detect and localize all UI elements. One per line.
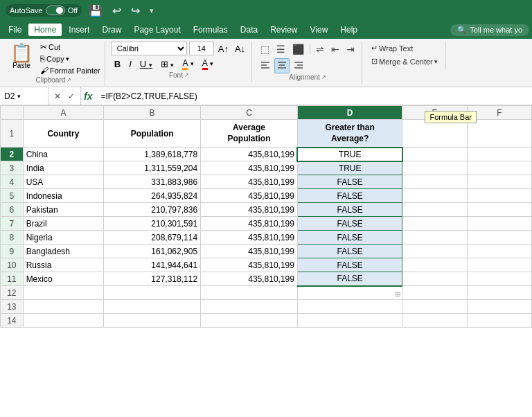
align-middle-button[interactable]: ☰ <box>274 42 288 57</box>
row-num-8[interactable]: 8 <box>1 231 24 245</box>
font-color-button[interactable]: A ▾ <box>199 57 217 71</box>
cell-c2[interactable]: 435,810,199 <box>201 148 298 161</box>
cell-e6[interactable] <box>402 203 467 217</box>
copy-button[interactable]: ⎘ Copy ▾ <box>39 53 102 64</box>
cell-b4[interactable]: 331,883,986 <box>104 175 201 189</box>
row-num-13[interactable]: 13 <box>1 300 24 314</box>
cell-d3[interactable]: TRUE <box>297 161 402 175</box>
cell-f12[interactable] <box>467 286 531 300</box>
cell-b1[interactable]: Population <box>104 120 201 148</box>
corner-cell[interactable] <box>1 106 24 120</box>
cell-e8[interactable] <box>402 231 467 245</box>
cell-e12[interactable] <box>402 286 467 300</box>
font-size-input[interactable] <box>189 42 214 55</box>
cell-c9[interactable]: 435,810,199 <box>201 245 298 258</box>
cell-c10[interactable]: 435,810,199 <box>201 258 298 272</box>
cell-c13[interactable] <box>201 300 298 314</box>
clipboard-expand[interactable]: ↗ <box>66 77 71 83</box>
undo-icon[interactable]: ↩ <box>109 3 124 19</box>
cell-b8[interactable]: 208,679,114 <box>104 231 201 245</box>
font-expand[interactable]: ↗ <box>184 72 189 78</box>
cell-a6[interactable]: Pakistan <box>23 203 104 217</box>
cell-a13[interactable] <box>23 300 104 314</box>
cell-d2[interactable]: TRUE <box>297 148 402 161</box>
save-icon[interactable]: 💾 <box>86 3 105 19</box>
cell-ref-box[interactable]: D2 ▾ <box>0 87 48 105</box>
cell-a12[interactable] <box>23 286 104 300</box>
cell-c8[interactable]: 435,810,199 <box>201 231 298 245</box>
cell-b12[interactable] <box>104 286 201 300</box>
col-header-d[interactable]: D <box>297 106 402 120</box>
row-num-12[interactable]: 12 <box>1 286 24 300</box>
color-dropdown[interactable]: ▾ <box>210 60 213 67</box>
cell-f3[interactable] <box>467 161 531 175</box>
cell-f1[interactable] <box>467 120 531 148</box>
cell-e9[interactable] <box>402 245 467 258</box>
cell-e14[interactable] <box>402 314 467 328</box>
cell-d14[interactable] <box>297 314 402 328</box>
row-num-6[interactable]: 6 <box>1 203 24 217</box>
merge-dropdown[interactable]: ▾ <box>434 58 438 65</box>
cell-d4[interactable]: FALSE <box>297 175 402 189</box>
autosave-toggle[interactable]: AutoSave Off <box>6 4 82 17</box>
search-box[interactable]: 🔍 Tell me what yo <box>450 24 529 36</box>
format-painter-button[interactable]: 🖌 Format Painter <box>39 65 102 76</box>
fill-color-button[interactable]: A ▾ <box>179 57 197 71</box>
menu-home[interactable]: Home <box>28 24 62 36</box>
font-name-selector[interactable]: Calibri <box>111 42 187 55</box>
alignment-expand[interactable]: ↗ <box>321 74 326 80</box>
menu-insert[interactable]: Insert <box>63 24 95 36</box>
col-header-c[interactable]: C <box>201 106 298 120</box>
cut-button[interactable]: ✂ Cut <box>39 42 102 53</box>
formula-input-area[interactable]: =IF(B2>C2,TRUE,FALSE) Formula Bar <box>95 91 532 101</box>
cell-c5[interactable]: 435,810,199 <box>201 189 298 203</box>
cell-c4[interactable]: 435,810,199 <box>201 175 298 189</box>
cell-e2[interactable] <box>402 148 467 161</box>
spreadsheet[interactable]: A B C D E F 1 Country Population Average… <box>0 105 532 328</box>
border-dropdown[interactable]: ▾ <box>170 62 174 69</box>
fill-dropdown[interactable]: ▾ <box>190 60 194 67</box>
col-header-a[interactable]: A <box>23 106 104 120</box>
align-center-button[interactable] <box>274 58 290 73</box>
formula-confirm-btn[interactable]: ✓ <box>65 90 78 103</box>
cell-d12[interactable]: ⊞ <box>297 286 402 300</box>
col-header-b[interactable]: B <box>104 106 201 120</box>
cell-b5[interactable]: 264,935,824 <box>104 189 201 203</box>
cell-d1[interactable]: Greater thanAverage? <box>297 120 402 148</box>
formula-cancel-btn[interactable]: ✕ <box>51 90 64 103</box>
cell-a8[interactable]: Nigeria <box>23 231 104 245</box>
cell-d8[interactable]: FALSE <box>297 231 402 245</box>
cell-a10[interactable]: Russia <box>23 258 104 272</box>
italic-button[interactable]: I <box>125 57 135 71</box>
cell-f6[interactable] <box>467 203 531 217</box>
align-right-button[interactable] <box>291 58 306 73</box>
bold-button[interactable]: B <box>111 57 124 71</box>
copy-dropdown[interactable]: ▾ <box>66 55 69 62</box>
cell-c12[interactable] <box>201 286 298 300</box>
cell-a5[interactable]: Indonesia <box>23 189 104 203</box>
cell-e7[interactable] <box>402 217 467 231</box>
border-button[interactable]: ⊞ ▾ <box>157 57 178 71</box>
row-num-10[interactable]: 10 <box>1 258 24 272</box>
menu-file[interactable]: File <box>3 24 27 36</box>
menu-data[interactable]: Data <box>235 24 263 36</box>
paste-button[interactable]: 📋 Paste <box>6 42 37 76</box>
cell-d9[interactable]: FALSE <box>297 245 402 258</box>
cell-f14[interactable] <box>467 314 531 328</box>
more-icon[interactable]: ▾ <box>147 5 157 17</box>
text-direction-button[interactable]: ⇌ <box>313 42 327 57</box>
font-size-increase[interactable]: A↑ <box>216 43 231 55</box>
cell-f7[interactable] <box>467 217 531 231</box>
cell-b6[interactable]: 210,797,836 <box>104 203 201 217</box>
row-num-3[interactable]: 3 <box>1 161 24 175</box>
cell-a4[interactable]: USA <box>23 175 104 189</box>
cell-b3[interactable]: 1,311,559,204 <box>104 161 201 175</box>
cell-a11[interactable]: Mexico <box>23 272 104 286</box>
cell-d6[interactable]: FALSE <box>297 203 402 217</box>
wrap-text-button[interactable]: ↵ Wrap Text <box>368 42 441 55</box>
cell-d11[interactable]: FALSE <box>297 272 402 286</box>
menu-page-layout[interactable]: Page Layout <box>128 24 186 36</box>
cell-e4[interactable] <box>402 175 467 189</box>
cell-c7[interactable]: 435,810,199 <box>201 217 298 231</box>
cell-b11[interactable]: 127,318,112 <box>104 272 201 286</box>
